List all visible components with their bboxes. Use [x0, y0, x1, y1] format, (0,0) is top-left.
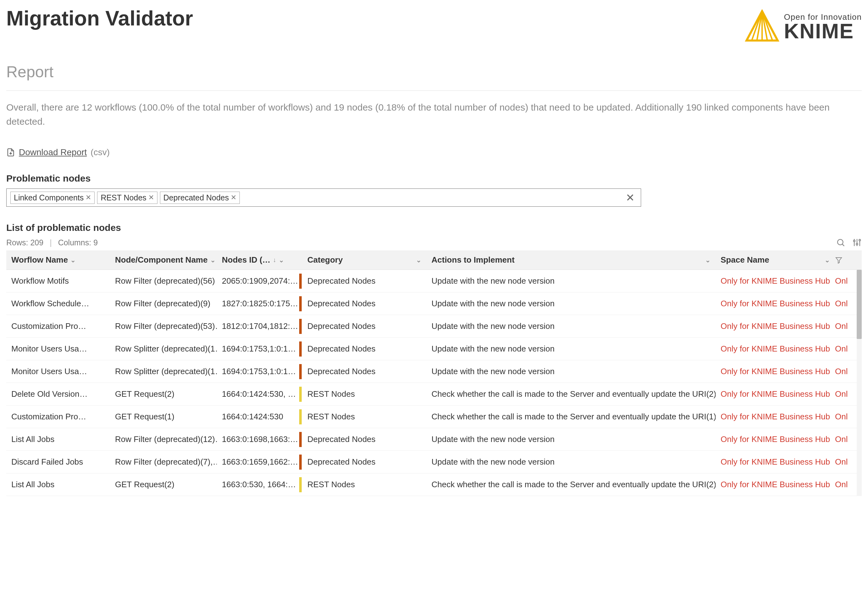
download-report-link[interactable]: Download Report [19, 147, 87, 158]
cell-category: Deprecated Nodes [302, 435, 426, 444]
cell-truncated: Onl [835, 276, 854, 286]
filter-chip-container[interactable]: Linked Components✕ REST Nodes✕ Deprecate… [6, 188, 641, 207]
cell-category: REST Nodes [302, 480, 426, 489]
column-count: Columns: 9 [58, 238, 98, 247]
cell-action: Update with the new node version [426, 299, 716, 309]
column-filter-icon[interactable] [835, 256, 851, 264]
cell-truncated: Onl [835, 412, 854, 421]
table-row[interactable]: Workflow Schedule…Row Filter (deprecated… [6, 292, 862, 315]
col-category[interactable]: Category⌄ [302, 255, 426, 265]
category-color-bar [299, 387, 302, 402]
table-row[interactable]: Customization Pro…Row Filter (deprecated… [6, 315, 862, 338]
close-icon[interactable]: ✕ [148, 194, 154, 202]
table-row[interactable]: Monitor Users Usa…Row Splitter (deprecat… [6, 338, 862, 360]
close-icon[interactable]: ✕ [231, 194, 236, 202]
svg-point-12 [856, 244, 858, 245]
cell-truncated: Onl [835, 435, 854, 444]
cell-category: Deprecated Nodes [302, 367, 426, 376]
cell-ids: 1694:0:1753,1:0:1… [217, 367, 299, 376]
sort-desc-icon: ↓ [273, 256, 276, 264]
chevron-down-icon: ⌄ [825, 256, 830, 264]
svg-marker-15 [836, 258, 842, 263]
table-row[interactable]: List All JobsGET Request(2)1663:0:530, 1… [6, 473, 862, 496]
knime-logo: Open for Innovation KNIME [745, 9, 862, 44]
col-actions[interactable]: Actions to Implement⌄ [426, 255, 716, 265]
cell-category: Deprecated Nodes [302, 321, 426, 331]
cell-workflow: Customization Pro… [6, 412, 110, 421]
table-row[interactable]: List All JobsRow Filter (deprecated)(12)… [6, 428, 862, 451]
cell-action: Update with the new node version [426, 321, 716, 331]
cell-node: Row Filter (deprecated)(53)… [110, 321, 217, 331]
chip-label: Deprecated Nodes [164, 193, 229, 202]
cell-ids: 1812:0:1704,1812:… [217, 321, 299, 331]
filter-chip-rest-nodes[interactable]: REST Nodes✕ [97, 192, 157, 204]
report-summary: Overall, there are 12 workflows (100.0% … [6, 100, 862, 129]
cell-node: GET Request(2) [110, 480, 217, 489]
cell-truncated: Onl [835, 389, 854, 399]
settings-sliders-icon[interactable] [852, 238, 862, 247]
page-title: Migration Validator [6, 6, 193, 30]
scrollbar-thumb[interactable] [857, 270, 862, 339]
cell-workflow: Delete Old Version… [6, 389, 110, 399]
col-workflow-name[interactable]: Worflow Name⌄ [6, 255, 110, 265]
cell-ids: 1664:0:1424:530 [217, 412, 299, 421]
cell-workflow: Monitor Users Usa… [6, 367, 110, 376]
filter-chip-linked-components[interactable]: Linked Components✕ [11, 192, 95, 204]
cell-node: Row Splitter (deprecated)(1… [110, 344, 217, 354]
list-heading: List of problematic nodes [6, 223, 862, 233]
cell-category: Deprecated Nodes [302, 299, 426, 309]
col-space-name[interactable]: Space Name⌄ [716, 255, 835, 265]
col-node-name[interactable]: Node/Component Name⌄ [110, 255, 217, 265]
download-file-icon [6, 148, 15, 157]
table-row[interactable]: Delete Old Version…GET Request(2)1664:0:… [6, 383, 862, 406]
cell-truncated: Onl [835, 457, 854, 467]
svg-point-14 [859, 239, 860, 241]
cell-category: Deprecated Nodes [302, 276, 426, 286]
col-nodes-id[interactable]: Nodes ID (…↓⌄ [217, 255, 299, 265]
chevron-down-icon: ⌄ [70, 256, 76, 264]
cell-truncated: Onl [835, 367, 854, 376]
category-color-bar [299, 274, 302, 289]
cell-space: Only for KNIME Business Hub [716, 480, 835, 489]
meta-separator: | [50, 238, 52, 247]
cell-space: Only for KNIME Business Hub [716, 367, 835, 376]
report-heading: Report [6, 63, 862, 81]
cell-ids: 1664:0:1424:530, … [217, 389, 299, 399]
table-row[interactable]: Discard Failed JobsRow Filter (deprecate… [6, 451, 862, 473]
chevron-down-icon: ⌄ [279, 256, 284, 264]
clear-all-chips-icon[interactable]: ✕ [623, 191, 637, 204]
svg-point-7 [838, 239, 843, 245]
table-row[interactable]: Workflow MotifsRow Filter (deprecated)(5… [6, 270, 862, 292]
close-icon[interactable]: ✕ [85, 194, 91, 202]
cell-space: Only for KNIME Business Hub [716, 435, 835, 444]
cell-action: Check whether the call is made to the Se… [426, 480, 716, 489]
table-row[interactable]: Monitor Users Usa…Row Splitter (deprecat… [6, 360, 862, 383]
cell-action: Update with the new node version [426, 435, 716, 444]
cell-ids: 1663:0:1698,1663:… [217, 435, 299, 444]
cell-truncated: Onl [835, 321, 854, 331]
search-icon[interactable] [836, 238, 845, 247]
cell-workflow: Workflow Motifs [6, 276, 110, 286]
table-row[interactable]: Customization Pro…GET Request(1)1664:0:1… [6, 406, 862, 428]
knime-brand: KNIME [784, 21, 862, 41]
cell-category: Deprecated Nodes [302, 457, 426, 467]
cell-category: Deprecated Nodes [302, 344, 426, 354]
svg-line-8 [842, 244, 844, 246]
cell-node: Row Splitter (deprecated)(1… [110, 367, 217, 376]
cell-workflow: Monitor Users Usa… [6, 344, 110, 354]
cell-truncated: Onl [835, 299, 854, 309]
cell-ids: 1663:0:1659,1662:… [217, 457, 299, 467]
cell-category: REST Nodes [302, 412, 426, 421]
category-color-bar [299, 364, 302, 379]
chevron-down-icon: ⌄ [416, 256, 422, 264]
chevron-down-icon: ⌄ [705, 256, 710, 264]
cell-space: Only for KNIME Business Hub [716, 276, 835, 286]
category-color-bar [299, 455, 302, 470]
cell-workflow: Discard Failed Jobs [6, 457, 110, 467]
filter-chip-deprecated-nodes[interactable]: Deprecated Nodes✕ [160, 192, 240, 204]
cell-space: Only for KNIME Business Hub [716, 389, 835, 399]
category-color-bar [299, 432, 302, 447]
cell-truncated: Onl [835, 344, 854, 354]
cell-category: REST Nodes [302, 389, 426, 399]
row-count: Rows: 209 [6, 238, 43, 247]
